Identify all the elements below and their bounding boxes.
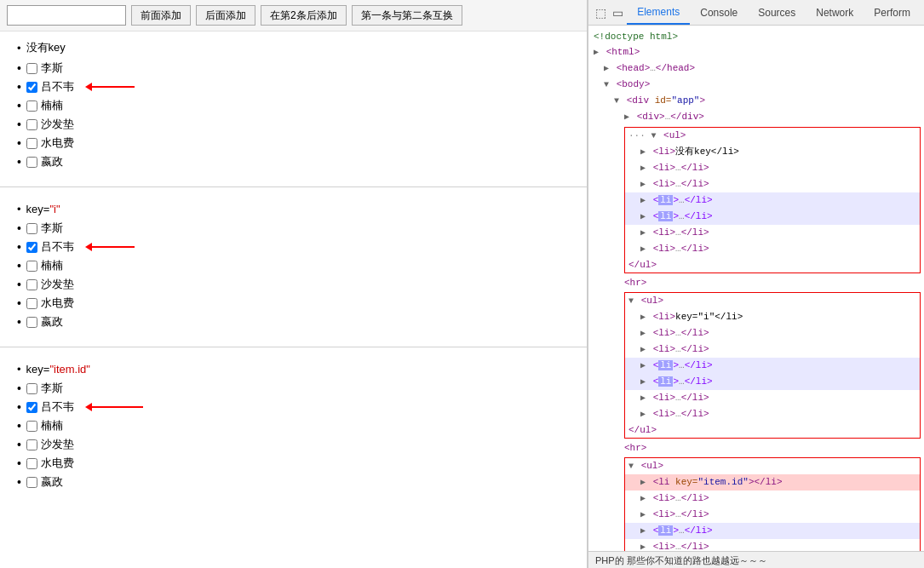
tri-li21[interactable]: ▶ [640,329,646,338]
triangle-ul3[interactable]: ▼ [628,460,634,473]
item-text: 水电费 [41,135,74,151]
btn-prepend[interactable]: 前面添加 [131,5,191,26]
li-31-tag: <li> [653,493,675,503]
triangle-div-app[interactable]: ▼ [614,95,619,108]
tri-li33[interactable]: ▶ [640,526,646,536]
dom-li-2-1: ▶ <li>…</li> [625,325,920,341]
checkbox-sfd2[interactable] [26,279,37,290]
div-app-close: > [699,95,705,106]
li-14-close: </li> [685,211,713,221]
device-icon[interactable]: ▭ [610,3,628,23]
dom-ul1-close: </ul> [625,257,920,273]
btn-insert-after-2[interactable]: 在第2条后添加 [261,5,347,26]
tri-li31[interactable]: ▶ [640,494,646,503]
triangle-ul1[interactable]: ▼ [651,129,656,143]
div-inner-close: </div> [670,112,704,122]
tri-li15[interactable]: ▶ [640,228,646,238]
checkbox-yz1[interactable] [26,157,37,168]
li-12-close: </li> [681,179,709,189]
triangle-ul2[interactable]: ▼ [628,295,634,308]
checkbox-sfd1[interactable] [26,119,37,130]
checkbox-sdf3[interactable] [26,458,37,469]
checkbox-sdf1[interactable] [26,138,37,149]
tab-network[interactable]: Network [806,2,864,24]
dom-li-nokey: ▶ <li>没有key</li> [625,144,920,160]
ell-21: … [675,328,681,338]
ell-22: … [675,344,681,354]
dom-li-1-3: ▶ <li>…</li> [625,192,920,209]
tri-li26[interactable]: ▶ [640,410,646,419]
triangle-li-nokey[interactable]: ▶ [640,147,646,157]
checkbox-ls2[interactable] [26,223,37,234]
tri-li22[interactable]: ▶ [640,345,646,354]
checkbox-nn1[interactable] [26,100,37,112]
triangle-body[interactable]: ▼ [604,78,609,92]
item-text: 楠楠 [41,98,63,113]
checkbox-yz3[interactable] [26,477,37,488]
tab-elements[interactable]: Elements [627,1,690,25]
list-item: 李斯 [17,379,570,398]
list-1: 李斯 吕不韦 楠楠 沙发垫 水电费 [17,59,570,171]
li-15-close: </li> [681,227,709,238]
li-22-tag: <li> [653,344,675,354]
cursor-icon[interactable]: ⬚ [592,3,610,23]
list-item: 楠楠 [17,96,570,115]
li-21-close: </li> [681,328,709,338]
tab-performance[interactable]: Perform [864,2,921,24]
li-13-close: </li> [685,195,713,205]
tri-li25[interactable]: ▶ [640,393,646,403]
triangle-head[interactable]: ▶ [604,64,609,73]
ell-13: … [679,195,685,205]
list-item: 李斯 [17,59,570,77]
dom-hr-1: <hr> [588,275,924,290]
ell-23: … [679,360,685,370]
tri-li13[interactable]: ▶ [640,196,646,205]
ell-11: … [675,163,681,173]
dom-body: ▼ <body> [588,77,924,93]
checkbox-lbw3[interactable] [26,402,37,413]
section-label-3a: key= [26,363,50,376]
tri-li11[interactable]: ▶ [640,164,646,173]
tri-li16[interactable]: ▶ [640,244,646,254]
btn-append[interactable]: 后面添加 [196,5,255,26]
dom-ul2-open: ▼ <ul> [625,293,920,309]
dom-ul-block-2: ▼ <ul> ▶ <li>key="i"</li> ▶ <li>…</li> ▶… [624,292,921,439]
dom-li-2-5: ▶ <li>…</li> [625,390,920,406]
checkbox-nn3[interactable] [26,421,37,432]
tri-li12[interactable]: ▶ [640,180,646,189]
list-item: 嬴政 [17,473,570,491]
tab-console[interactable]: Console [690,2,748,24]
li-23-badge: li [658,360,673,370]
tri-li34[interactable]: ▶ [640,542,646,551]
checkbox-ls3[interactable] [26,383,37,394]
tri-li14[interactable]: ▶ [640,212,646,221]
tri-li23[interactable]: ▶ [640,361,646,370]
text-input[interactable] [7,5,126,26]
tab-sources[interactable]: Sources [748,2,806,24]
checkbox-ls1[interactable] [26,63,37,74]
li-keyi-text: key="i"</li> [675,312,743,322]
tri-li-keyitemid[interactable]: ▶ [640,478,646,487]
checkbox-sdf2[interactable] [26,298,37,309]
devtools-panel: ⬚ ▭ Elements Console Sources Network Per… [588,0,924,568]
btn-swap[interactable]: 第一条与第二条互换 [352,5,462,26]
tri-li32[interactable]: ▶ [640,510,646,519]
section-label-1: 没有key [26,40,66,55]
checkbox-sfd3[interactable] [26,439,37,450]
item-text: 楠楠 [41,258,63,273]
checkbox-lbw1[interactable] [26,82,37,93]
dom-li-1-2: ▶ <li>…</li> [625,176,920,192]
list-item: 吕不韦 [17,77,570,96]
list-item: 水电费 [17,134,570,152]
list-item: 沙发垫 [17,275,570,294]
checkbox-yz2[interactable] [26,317,37,328]
checkbox-lbw2[interactable] [26,242,37,253]
triangle-div-inner[interactable]: ▶ [624,112,629,122]
li-24-close: </li> [685,376,713,387]
triangle-html[interactable]: ▶ [594,46,599,60]
checkbox-nn2[interactable] [26,261,37,272]
tri-li-keyi[interactable]: ▶ [640,313,646,322]
list-item: 楠楠 [17,256,570,275]
tri-li24[interactable]: ▶ [640,377,646,387]
bullet-1: • [17,42,21,55]
